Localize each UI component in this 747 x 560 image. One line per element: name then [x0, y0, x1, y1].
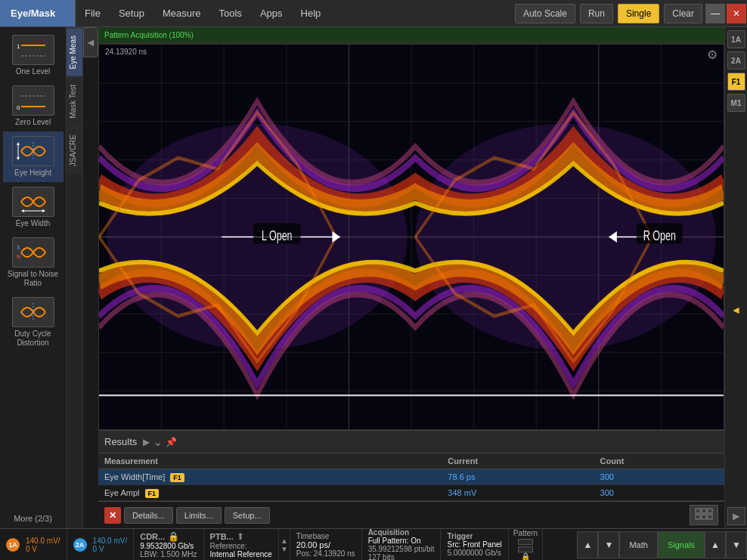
run-button[interactable]: Run: [580, 4, 613, 23]
sidebar-item-more[interactable]: More (2/3): [3, 509, 64, 528]
ch-f1-button[interactable]: F1: [727, 73, 745, 91]
col-count: Count: [594, 453, 724, 469]
cdr-lock-icon: 🔒: [168, 531, 179, 542]
pin-icon[interactable]: 📌: [166, 437, 177, 447]
table-row[interactable]: Eye Ampl F1 348 mV 300: [98, 485, 724, 501]
ptb-up-arrow[interactable]: ▲: [281, 537, 288, 545]
auto-scale-button[interactable]: Auto Scale: [515, 4, 575, 23]
scroll-down-button[interactable]: ▼: [598, 531, 619, 558]
play-icon[interactable]: ▶: [143, 437, 150, 447]
tab-eye-meas[interactable]: Eye Meas: [67, 27, 82, 76]
minimize-button[interactable]: —: [705, 4, 725, 23]
ch-1a-button[interactable]: 1A: [727, 30, 745, 48]
results-title-text: Results: [104, 436, 137, 447]
right-sidebar: 1A 2A F1 M1 ◄ ▶: [724, 27, 747, 528]
sidebar-item-duty-cycle[interactable]: Duty Cycle Distortion: [3, 292, 64, 352]
duty-cycle-label: Duty Cycle Distortion: [6, 330, 60, 348]
results-buttons: ✕ Details... Limits... Setup...: [98, 501, 724, 528]
svg-marker-12: [42, 209, 45, 212]
signals-button[interactable]: Signals: [658, 531, 705, 558]
acquisition-bar: Pattern Acquisition (100%): [98, 27, 724, 44]
trigger-section: Trigger Src: Front Panel 5.0000000 Gb/s: [441, 529, 508, 560]
limits-button[interactable]: Limits...: [176, 507, 222, 524]
col-measurement: Measurement: [98, 453, 442, 469]
ch2a-section: 2A 140.0 mV/ 0 V: [67, 529, 135, 560]
svg-rect-48: [708, 509, 712, 513]
statusbar: 1A 140.0 mV/ 0 V 2A 140.0 mV/ 0 V CDR...…: [0, 528, 747, 560]
table-row[interactable]: Eye Width[Time] F1 78.6 ps 300: [98, 469, 724, 485]
pattern-icons: [518, 539, 533, 552]
ch2a-values: 140.0 mV/ 0 V: [93, 537, 128, 553]
one-level-label: One Level: [16, 67, 51, 76]
down-chevron-icon[interactable]: ⌄: [153, 435, 163, 449]
eye-mask-button[interactable]: Eye/Mask: [0, 0, 76, 26]
ptb-lock-icon: ⬆: [237, 531, 244, 542]
single-button[interactable]: Single: [618, 4, 659, 23]
svg-marker-9: [17, 157, 20, 160]
close-button[interactable]: ✕: [727, 4, 746, 23]
menu-file[interactable]: File: [76, 0, 110, 26]
ptb-down-arrow[interactable]: ▼: [281, 545, 288, 553]
acq-text: Pattern Acquisition (100%): [104, 31, 194, 39]
settings-icon[interactable]: ⚙: [707, 48, 718, 62]
left-sidebar: 1 One Level 0 Zero Level: [0, 27, 67, 528]
results-panel: Results ▶ ⌄ 📌 Measurement Current Count: [98, 430, 724, 528]
signals-down-arrow[interactable]: ▼: [726, 531, 747, 558]
sidebar-item-eye-height[interactable]: Eye Height: [3, 131, 64, 182]
menu-tools[interactable]: Tools: [210, 0, 251, 26]
setup-button[interactable]: Setup...: [225, 507, 270, 524]
zero-level-label: Zero Level: [15, 118, 51, 127]
meas-current: 78.6 ps: [442, 469, 594, 485]
waveform-canvas: 24.13920 ns ⚙: [98, 44, 724, 430]
menu-apps[interactable]: Apps: [251, 0, 292, 26]
f1-badge: F1: [170, 473, 184, 482]
ch1a-section: 1A 140.0 mV/ 0 V: [0, 529, 67, 560]
ptb-section: PTB... ⬆ Reference: Internal Reference: [204, 529, 279, 560]
svg-marker-11: [21, 209, 24, 212]
f1-arrow-indicator: ◄: [731, 304, 742, 316]
menu-setup[interactable]: Setup: [110, 0, 153, 26]
more-label: More (2/3): [14, 514, 52, 524]
svg-text:0: 0: [17, 104, 20, 111]
right-scroll-down[interactable]: ▶: [727, 507, 745, 525]
svg-text:S: S: [17, 245, 20, 250]
ch1a-values: 140.0 mV/ 0 V: [26, 537, 60, 553]
acquisition-section: Acquisition Full Pattern: On 35.99212598…: [362, 529, 442, 560]
grid-view-button[interactable]: [690, 505, 718, 525]
ch1a-indicator: 1A: [6, 538, 20, 552]
meas-name: Eye Ampl F1: [98, 485, 442, 501]
tab-jsa-cre[interactable]: JSA/CRE: [67, 126, 82, 174]
svg-rect-47: [702, 509, 706, 513]
signals-up-arrow[interactable]: ▲: [705, 531, 726, 558]
sidebar-item-zero-level[interactable]: 0 Zero Level: [3, 81, 64, 131]
ch-m1-button[interactable]: M1: [727, 94, 745, 112]
zero-level-icon: 0: [12, 85, 54, 116]
svg-text:N: N: [17, 254, 20, 259]
waveform-area: Pattern Acquisition (100%) 24.13920 ns ⚙: [98, 27, 724, 528]
eye-width-icon: [12, 187, 54, 217]
timebase-section: Timebase 20.00 ps/ Pos: 24.13920 ns: [290, 529, 362, 560]
sidebar-item-eye-width[interactable]: Eye Width: [3, 182, 64, 233]
menu-help[interactable]: Help: [292, 0, 330, 26]
math-button[interactable]: Math: [619, 531, 657, 558]
svg-marker-8: [17, 142, 20, 145]
ch-2a-button[interactable]: 2A: [727, 51, 745, 70]
eye-height-icon: [12, 136, 54, 166]
sidebar-item-one-level[interactable]: 1 One Level: [3, 30, 64, 81]
remove-button[interactable]: ✕: [104, 507, 121, 524]
cdr-section: CDR... 🔒 9.9532800 Gb/s LBW: 1.500 MHz: [134, 529, 203, 560]
menu-measure[interactable]: Measure: [153, 0, 210, 26]
scroll-up-button[interactable]: ▲: [577, 531, 598, 558]
pattern-lock-icon: 🔒: [521, 552, 530, 561]
sidebar-item-snr[interactable]: S N Signal to Noise Ratio: [3, 233, 64, 292]
tab-mask-test[interactable]: Mask Test: [67, 76, 82, 126]
eye-height-label: Eye Height: [14, 169, 51, 178]
results-table: Measurement Current Count Eye Width[Time…: [98, 453, 724, 501]
collapse-button[interactable]: ◄: [83, 27, 98, 57]
app-title: Eye/Mask: [11, 8, 55, 19]
details-button[interactable]: Details...: [124, 507, 173, 524]
f1-badge: F1: [145, 489, 160, 498]
snr-label: Signal to Noise Ratio: [6, 270, 60, 288]
svg-text:1: 1: [17, 43, 20, 50]
clear-button[interactable]: Clear: [664, 4, 702, 23]
